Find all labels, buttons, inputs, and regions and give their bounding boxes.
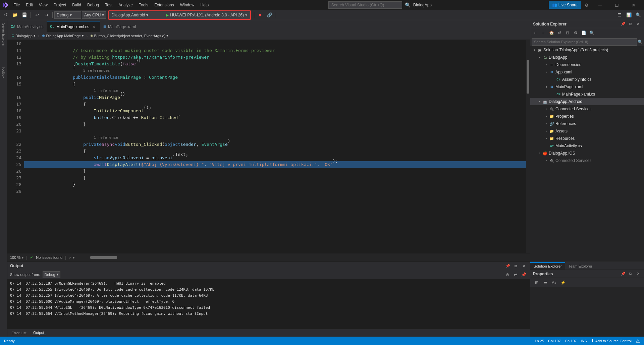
output-pin-output[interactable]: 📌 [520, 271, 527, 278]
sol-forward-btn[interactable]: → [540, 29, 547, 37]
global-search-input[interactable] [328, 1, 402, 9]
breadcrumb-project[interactable]: ⊙ DialogApp ▾ [10, 33, 37, 38]
toolbox-button[interactable]: Toolbox [0, 62, 7, 82]
editor-scroll-thumb-h[interactable] [90, 256, 117, 259]
output-source-dropdown[interactable]: Debug ▾ [43, 271, 60, 278]
breadcrumb-file[interactable]: ⊕ DialogApp.MainPage ▾ [41, 33, 85, 38]
tree-dialogapp[interactable]: ▾ 🗂 DialogApp [530, 54, 644, 61]
tree-dependencies[interactable]: › ⊞ Dependencies [530, 61, 644, 68]
status-source-control[interactable]: ⬆ Add to Source Control [591, 339, 632, 343]
tree-appxaml[interactable]: › ⊞ App.xaml [530, 68, 644, 76]
tab-cs-icon-2: C# [50, 25, 54, 28]
live-share-button[interactable]: 👥 Live Share [549, 1, 581, 9]
menu-edit[interactable]: Edit [23, 1, 36, 9]
toolbar-new[interactable]: ↺ [1, 11, 10, 19]
menu-test[interactable]: Test [102, 1, 115, 9]
window-close-button[interactable]: ✕ [626, 0, 641, 10]
run-target-dropdown[interactable]: DialogApp.Android ▾ [109, 11, 163, 19]
menu-project[interactable]: Project [51, 1, 69, 9]
tree-properties[interactable]: › 📁 Properties [530, 113, 644, 120]
tree-ios-connected[interactable]: › 🔌 Connected Services [530, 157, 644, 164]
menu-file[interactable]: File [11, 1, 22, 9]
sol-back-btn[interactable]: ← [532, 29, 539, 37]
solution-search-input[interactable] [532, 38, 637, 46]
sol-exp-close-button[interactable]: ✕ [635, 21, 641, 27]
solution-explorer-tab[interactable]: Solution Explorer [530, 262, 565, 270]
tree-android-project[interactable]: ▾ 🤖 DialogApp.Android [530, 98, 644, 105]
bc-member-icon: ◈ [90, 34, 93, 38]
zoom-control[interactable]: 100 % ▾ [10, 255, 23, 260]
output-pin-button[interactable]: 📌 [504, 263, 511, 269]
output-text-area: 07-14 07:32:53.18/ D/OpenGLRenderer(2646… [7, 279, 530, 329]
live-share-icon: 👥 [552, 3, 557, 7]
output-float-button[interactable]: ⧉ [513, 263, 519, 269]
editor-scrollbar-v[interactable] [526, 40, 530, 253]
team-explorer-tab[interactable]: Team Explorer [565, 262, 596, 270]
tree-ios-project[interactable]: › 🍎 DialogApp.iOS [530, 150, 644, 157]
breadcrumb-member[interactable]: ◈ Button_Clicked(object sender, EventArg… [89, 33, 170, 38]
tree-references[interactable]: › 🔗 References [530, 120, 644, 127]
props-float-button[interactable]: ⧉ [627, 271, 634, 277]
menu-analyze[interactable]: Analyze [116, 1, 136, 9]
tree-resources[interactable]: › 📁 Resources [530, 135, 644, 142]
toolbar-attach[interactable]: 🔗 [265, 11, 274, 19]
tree-mainactivity[interactable]: C# MainActivity.cs [530, 142, 644, 150]
sol-refresh-btn[interactable]: ↺ [556, 29, 563, 37]
status-ch: Ch 107 [565, 339, 577, 343]
toolbar-r1[interactable]: 📊 [625, 11, 633, 19]
editor-scroll-thumb-v[interactable] [527, 60, 529, 94]
toolbar-stop[interactable]: ■ [256, 11, 265, 19]
tree-arrow-connected: › [544, 107, 549, 111]
menu-window[interactable]: Window [177, 1, 197, 9]
toolbar-solution-configs[interactable]: ☰ [615, 11, 624, 19]
tree-mainpagexaml[interactable]: ▾ ⊞ MainPage.xaml [530, 83, 644, 91]
sol-files-btn[interactable]: 📄 [580, 29, 587, 37]
props-alpha-btn[interactable]: A↓ [550, 279, 558, 286]
toolbar-save[interactable]: 💾 [20, 11, 29, 19]
toolbar-open[interactable]: 📁 [11, 11, 19, 19]
props-events-btn[interactable]: ⚡ [559, 279, 567, 286]
menu-help[interactable]: Help [198, 1, 211, 9]
output-tab[interactable]: Output [32, 331, 46, 335]
tree-solution[interactable]: ▾ ▣ Solution 'DialogApp' (3 of 3 project… [530, 46, 644, 54]
toolbar-extra-icon[interactable]: ⚙ [582, 1, 591, 9]
output-toggle-word-wrap[interactable]: ⇌ [512, 271, 519, 278]
code-content-area[interactable]: // Learn more about making custom code v… [24, 40, 526, 253]
props-close-button[interactable]: ✕ [635, 271, 641, 277]
tab-close-button-2[interactable]: ✕ [91, 24, 97, 30]
toolbar-undo[interactable]: ↩ [33, 11, 41, 19]
props-grid-btn[interactable]: ⊞ [533, 279, 540, 286]
toolbar-redo[interactable]: ↪ [42, 11, 51, 19]
run-button[interactable]: ▶ HUAWEI PRA-LX1 (Android 8.0 - API 26) … [163, 11, 250, 19]
menu-tools[interactable]: Tools [136, 1, 151, 9]
tree-assemblyinfo[interactable]: C# AssemblyInfo.cs [530, 76, 644, 83]
config-dropdown[interactable]: Debug ▾ [54, 11, 81, 19]
sol-props-btn[interactable]: ⚙ [572, 29, 579, 37]
toolbar-r2[interactable]: 🔍 [634, 11, 643, 19]
menu-debug[interactable]: Debug [85, 1, 102, 9]
menu-view[interactable]: View [36, 1, 50, 9]
tree-mainpagecs[interactable]: C# MainPage.xaml.cs [530, 91, 644, 98]
tab-mainactivity[interactable]: C# MainActivity.cs [7, 21, 47, 32]
sol-collapse-btn[interactable]: ⊟ [564, 29, 571, 37]
sol-exp-float-button[interactable]: ⧉ [627, 21, 634, 27]
output-line-1: 07-14 07:32:53.18/ D/OpenGLRenderer(2646… [10, 281, 527, 287]
sol-exp-pin-button[interactable]: 📌 [620, 21, 627, 27]
platform-dropdown[interactable]: Any CPU ▾ [82, 11, 106, 19]
props-pin-button[interactable]: 📌 [620, 271, 627, 277]
output-clear-btn[interactable]: ⊘ [504, 271, 511, 278]
sol-filter-btn[interactable]: 🔍 [588, 29, 595, 37]
window-minimize-button[interactable]: ─ [592, 0, 608, 10]
sol-home-btn[interactable]: 🏠 [548, 29, 555, 37]
menu-extensions[interactable]: Extensions [152, 1, 177, 9]
tab-mainpage-cs[interactable]: C# MainPage.xaml.cs ✕ [47, 21, 100, 32]
tree-connected-services[interactable]: › 🔌 Connected Services [530, 105, 644, 113]
window-restore-button[interactable]: □ [609, 0, 625, 10]
server-explorer-button[interactable]: Server Explorer [0, 21, 7, 48]
tab-mainpage-xaml[interactable]: ⊞ MainPage.xaml [100, 21, 139, 32]
props-category-btn[interactable]: ☰ [542, 279, 549, 286]
error-list-tab[interactable]: Error List [10, 331, 28, 335]
menu-build[interactable]: Build [69, 1, 84, 9]
tree-assets[interactable]: › 📁 Assets [530, 127, 644, 135]
output-close-button[interactable]: ✕ [521, 263, 527, 269]
